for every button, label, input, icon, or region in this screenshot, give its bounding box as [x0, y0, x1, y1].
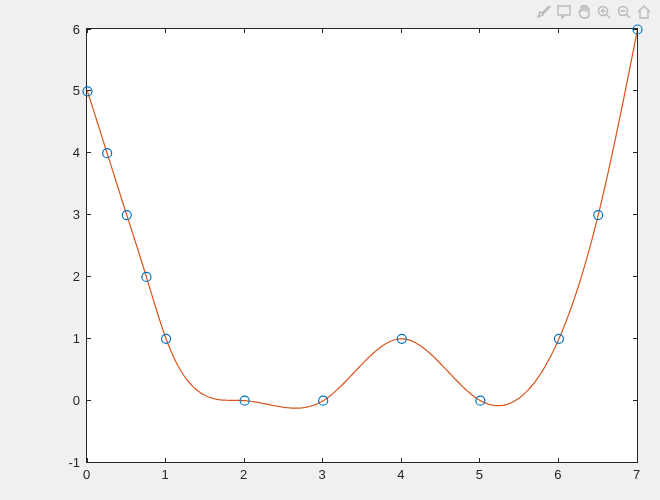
figure-toolbar — [536, 4, 652, 20]
x-tick-label: 6 — [554, 467, 561, 482]
x-tick-label: 7 — [633, 467, 640, 482]
y-tick-label: 2 — [73, 268, 80, 283]
figure-window: 01234567-10123456 — [0, 0, 660, 500]
data-tips-icon[interactable] — [556, 4, 572, 20]
y-tick — [633, 462, 638, 463]
x-tick — [558, 28, 559, 33]
plot-area — [87, 29, 639, 464]
spline-line — [88, 30, 638, 409]
y-tick-label: 6 — [73, 21, 80, 36]
y-tick — [633, 152, 638, 153]
x-tick-label: 1 — [161, 467, 168, 482]
zoom-out-icon[interactable] — [616, 4, 632, 20]
x-tick-label: 4 — [397, 467, 404, 482]
y-tick — [86, 400, 91, 401]
x-tick-label: 2 — [240, 467, 247, 482]
y-tick-label: 4 — [73, 145, 80, 160]
home-icon[interactable] — [636, 4, 652, 20]
x-tick — [479, 28, 480, 33]
x-tick — [244, 28, 245, 33]
y-tick — [86, 152, 91, 153]
y-tick — [633, 214, 638, 215]
x-tick-label: 5 — [476, 467, 483, 482]
y-tick — [86, 29, 91, 30]
y-tick-label: 0 — [73, 392, 80, 407]
x-tick — [165, 28, 166, 33]
y-tick-label: 3 — [73, 207, 80, 222]
y-tick — [633, 338, 638, 339]
x-tick — [401, 458, 402, 463]
x-tick — [165, 458, 166, 463]
x-tick-label: 0 — [83, 467, 90, 482]
x-tick — [322, 458, 323, 463]
x-tick-label: 3 — [319, 467, 326, 482]
y-tick — [86, 462, 91, 463]
axes[interactable] — [86, 28, 638, 463]
x-tick — [244, 458, 245, 463]
y-tick — [633, 90, 638, 91]
y-tick — [633, 276, 638, 277]
y-tick-label: -1 — [68, 454, 80, 469]
y-tick-label: 5 — [73, 83, 80, 98]
y-tick — [86, 90, 91, 91]
svg-rect-0 — [558, 6, 570, 15]
y-tick — [86, 214, 91, 215]
pan-icon[interactable] — [576, 4, 592, 20]
zoom-in-icon[interactable] — [596, 4, 612, 20]
y-tick — [633, 29, 638, 30]
y-tick — [86, 338, 91, 339]
y-tick-label: 1 — [73, 330, 80, 345]
y-tick — [633, 400, 638, 401]
brush-icon[interactable] — [536, 4, 552, 20]
x-tick — [558, 458, 559, 463]
x-tick — [322, 28, 323, 33]
x-tick — [479, 458, 480, 463]
x-tick — [401, 28, 402, 33]
y-tick — [86, 276, 91, 277]
